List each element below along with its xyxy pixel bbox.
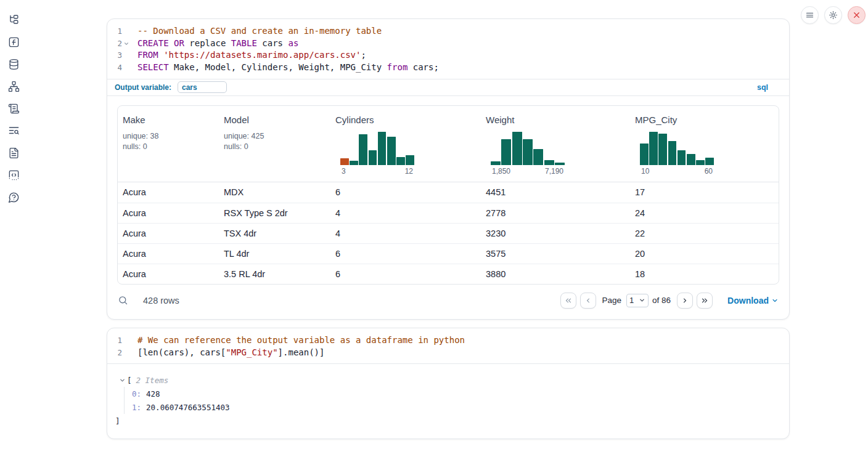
code-line: 2CREATE OR replace TABLE cars as <box>113 38 783 50</box>
table-cell: Acura <box>118 229 219 238</box>
file-tree-icon[interactable] <box>7 14 20 26</box>
histogram-bar <box>640 144 649 165</box>
column-header[interactable]: Makeunique: 38nulls: 0 <box>118 106 219 182</box>
close-icon <box>852 10 861 20</box>
code-text: SELECT Make, Model, Cylinders, Weight, M… <box>132 62 439 74</box>
code-token: SELECT <box>137 62 169 72</box>
column-header[interactable]: Cylinders312 <box>330 106 481 182</box>
table-cell: RSX Type S 2dr <box>219 208 330 218</box>
column-header[interactable]: MPG_City1060 <box>630 106 779 182</box>
table-body: AcuraMDX6445117AcuraRSX Type S 2dr427782… <box>118 182 779 284</box>
help-icon[interactable] <box>7 191 20 203</box>
python-code-editor[interactable]: 1# We can reference the output variable … <box>107 328 789 363</box>
language-badge: sql <box>757 83 768 92</box>
column-name: MPG_City <box>635 115 776 125</box>
first-page-button[interactable] <box>560 293 576 309</box>
open-bracket: [ <box>127 376 132 385</box>
sql-code-editor[interactable]: 1-- Download a CSV and create an in-memo… <box>107 19 789 79</box>
scratchpad-icon[interactable] <box>7 102 20 115</box>
histogram-bar <box>396 157 405 165</box>
code-token: FROM <box>137 50 158 60</box>
tree-entry: 1:20.060747663551403 <box>132 400 779 414</box>
histogram-bar <box>340 158 349 165</box>
table-cell: MDX <box>219 187 330 197</box>
chevron-down-icon <box>771 297 779 304</box>
histogram-bar <box>678 150 686 165</box>
output-variable-input[interactable] <box>178 81 227 93</box>
code-token: ].mean()] <box>278 347 325 357</box>
table-cell: Acura <box>118 269 219 279</box>
histogram-bar <box>696 160 705 165</box>
gear-icon <box>829 10 838 20</box>
documentation-icon[interactable] <box>7 147 20 159</box>
column-name: Make <box>123 115 216 125</box>
table-row[interactable]: AcuraTL 4dr6357520 <box>118 243 779 264</box>
table-cell: 18 <box>630 269 779 279</box>
column-histogram[interactable] <box>640 132 714 165</box>
code-line: 1# We can reference the output variable … <box>113 334 783 347</box>
dependency-graph-icon[interactable] <box>7 80 20 92</box>
menu-button[interactable] <box>801 6 819 24</box>
table-row[interactable]: AcuraRSX Type S 2dr4277824 <box>118 203 779 223</box>
tree-entry-key: 0: <box>132 389 141 398</box>
histogram-bar <box>512 132 522 165</box>
outline-search-icon[interactable] <box>7 124 20 137</box>
variables-icon[interactable] <box>7 36 20 48</box>
page-select[interactable]: 1 <box>626 294 649 307</box>
output-variable-row: Output variable: sql <box>107 79 789 96</box>
notebook: 1-- Download a CSV and create an in-memo… <box>107 18 790 439</box>
next-page-button[interactable] <box>677 293 693 309</box>
line-number: 1 <box>113 334 122 347</box>
table-cell: 3575 <box>481 249 630 259</box>
histogram-bar <box>406 155 414 165</box>
settings-button[interactable] <box>824 6 842 24</box>
snippets-icon[interactable] <box>7 169 20 181</box>
histogram-bar <box>533 149 543 165</box>
last-page-button[interactable] <box>697 293 713 309</box>
code-token: "MPG_City" <box>226 347 277 357</box>
tree-entry-key: 1: <box>132 403 141 412</box>
table-cell: 3.5 RL 4dr <box>219 269 330 279</box>
table-row[interactable]: Acura3.5 RL 4dr6388018 <box>118 264 779 284</box>
code-token: [len(cars), cars[ <box>137 347 226 357</box>
code-line: 3FROM 'https://datasets.marimo.app/cars.… <box>113 49 783 62</box>
code-token: OR <box>174 38 184 48</box>
code-text: [len(cars), cars["MPG_City"].mean()] <box>132 347 324 359</box>
histogram-bar <box>544 160 554 165</box>
histogram-bar <box>359 134 367 165</box>
fold-chevron-icon[interactable] <box>122 41 131 47</box>
table-cell: 6 <box>330 249 481 259</box>
column-histogram[interactable] <box>340 132 414 165</box>
code-token: as <box>288 38 298 48</box>
data-table: Makeunique: 38nulls: 0Modelunique: 425nu… <box>117 105 779 285</box>
table-cell: 6 <box>330 269 481 279</box>
column-name: Weight <box>486 115 628 125</box>
shutdown-button[interactable] <box>848 6 866 24</box>
axis-min-label: 3 <box>342 167 346 176</box>
gutter: 2 <box>113 38 132 50</box>
previous-page-button[interactable] <box>580 293 596 309</box>
histogram-axis: 312 <box>340 167 414 176</box>
chevrons-right-icon <box>700 296 709 305</box>
download-button[interactable]: Download <box>727 296 779 305</box>
table-row[interactable]: AcuraMDX6445117 <box>118 182 779 203</box>
sql-cell: 1-- Download a CSV and create an in-memo… <box>107 18 790 320</box>
chevron-left-icon <box>584 296 592 305</box>
code-token: Make, Model, Cylinders, Weight, MPG_City <box>169 62 387 72</box>
stat-line: nulls: 0 <box>224 142 328 152</box>
line-number: 2 <box>113 38 122 50</box>
python-output: [ 2 Items 0:4281:20.060747663551403 ] <box>107 363 789 439</box>
collapse-chevron-icon[interactable] <box>119 377 127 384</box>
search-icon[interactable] <box>118 295 128 305</box>
column-header[interactable]: Weight1,8507,190 <box>481 106 630 182</box>
datasources-icon[interactable] <box>7 58 20 70</box>
histogram-bar <box>369 150 377 165</box>
column-header[interactable]: Modelunique: 425nulls: 0 <box>219 106 330 182</box>
column-histogram[interactable] <box>491 132 565 165</box>
line-number: 4 <box>113 62 122 74</box>
code-token: cars; <box>407 62 439 72</box>
table-row[interactable]: AcuraTSX 4dr4323022 <box>118 223 779 243</box>
code-text: CREATE OR replace TABLE cars as <box>132 38 298 50</box>
notebook-controls <box>801 6 866 24</box>
table-cell: TSX 4dr <box>219 229 330 238</box>
